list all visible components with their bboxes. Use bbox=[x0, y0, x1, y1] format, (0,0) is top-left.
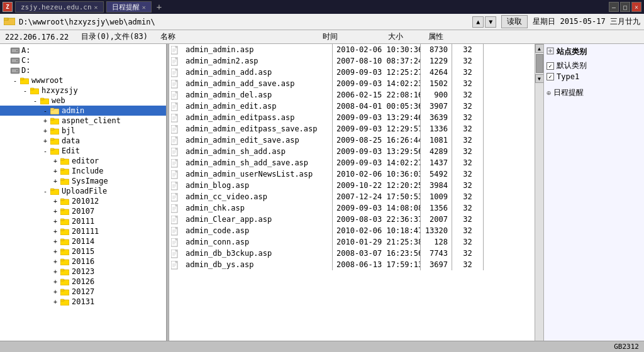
drive-icon bbox=[10, 56, 20, 65]
file-time: 2008-03-07 16:23:56 bbox=[333, 248, 421, 259]
tree-item[interactable]: + Include bbox=[0, 166, 166, 176]
tree-item[interactable]: - wwwroot bbox=[0, 75, 166, 85]
table-row[interactable]: admin_admin_editpass_save.asp 2009-09-03… bbox=[169, 123, 535, 135]
table-row[interactable]: admin_chk.asp 2009-09-03 14:08:08 1356 3… bbox=[169, 202, 535, 214]
right-panel: 站点类别 ✓ 默认类别 ✓ Type1 ⊕ 日程提醒 bbox=[543, 44, 644, 352]
file-icon bbox=[171, 193, 180, 201]
file-icon bbox=[171, 261, 180, 268]
tree-item[interactable]: + 20115 bbox=[0, 246, 166, 256]
drive-icon bbox=[10, 46, 20, 55]
file-name: admin_admin_edit_save.asp bbox=[182, 135, 333, 146]
tree-item[interactable]: + aspnet_client bbox=[0, 116, 166, 126]
file-icon bbox=[171, 102, 180, 110]
file-size: 128 bbox=[421, 236, 452, 248]
scroll-down-icon[interactable]: ▼ bbox=[535, 74, 544, 83]
file-time: 2009-09-03 14:02:27 bbox=[333, 157, 421, 168]
file-time: 2009-09-03 13:29:56 bbox=[333, 146, 421, 157]
tree-item[interactable]: + 20111 bbox=[0, 216, 166, 226]
tab-schedule-close[interactable]: ✕ bbox=[142, 4, 146, 11]
file-icon bbox=[171, 148, 180, 155]
file-attr: 32 bbox=[452, 191, 484, 202]
scroll-down-button[interactable]: ▼ bbox=[485, 16, 496, 28]
read-button[interactable]: 读取 bbox=[501, 15, 528, 28]
table-row[interactable]: admin_admin_sh_add_save.asp 2009-09-03 1… bbox=[169, 157, 535, 168]
scroll-up-button[interactable]: ▲ bbox=[472, 16, 484, 28]
table-row[interactable]: admin_admin_del.asp 2006-02-15 22:08:16 … bbox=[169, 89, 535, 101]
table-row[interactable]: admin_blog.asp 2009-10-22 12:20:25 3984 … bbox=[169, 180, 535, 191]
table-row[interactable]: admin_conn.asp 2010-01-29 21:25:38 128 3… bbox=[169, 236, 535, 248]
tree-item[interactable]: - admin bbox=[0, 106, 166, 116]
tree-item[interactable]: + bjl bbox=[0, 126, 166, 136]
tree-item[interactable]: + 20126 bbox=[0, 277, 166, 287]
file-size: 8730 bbox=[421, 44, 452, 55]
svg-rect-44 bbox=[60, 239, 64, 241]
tab-zsjy[interactable]: zsjy.hezeu.edu.cn ✕ bbox=[15, 1, 104, 13]
expand-icon: - bbox=[40, 148, 50, 155]
tree-item[interactable]: + 201111 bbox=[0, 226, 166, 236]
scroll-thumb[interactable] bbox=[536, 54, 543, 73]
file-time: 2010-02-06 10:30:36 bbox=[333, 44, 421, 55]
tree-item[interactable]: + 20114 bbox=[0, 236, 166, 246]
file-size: 900 bbox=[421, 89, 452, 101]
table-row[interactable]: admin_admin_add.asp 2009-09-03 12:25:27 … bbox=[169, 67, 535, 78]
table-row[interactable]: admin_db_b3ckup.asp 2008-03-07 16:23:56 … bbox=[169, 248, 535, 259]
file-time: 2010-02-06 10:36:03 bbox=[333, 168, 421, 180]
schedule-item[interactable]: ⊕ 日程提醒 bbox=[547, 87, 641, 99]
table-row[interactable]: admin_admin.asp 2010-02-06 10:30:36 8730… bbox=[169, 44, 535, 55]
main-container: A: C: D:- wwwroot- hzxyzsjy- web- admin+… bbox=[0, 44, 644, 352]
scroll-up-icon[interactable]: ▲ bbox=[535, 44, 544, 53]
scroll-arrows[interactable]: ▲ ▼ bbox=[472, 16, 496, 28]
table-row[interactable]: admin_admin_add_save.asp 2009-09-03 14:0… bbox=[169, 78, 535, 89]
table-row[interactable]: admin_cc_video.asp 2007-12-24 17:50:53 1… bbox=[169, 191, 535, 202]
tree-item[interactable]: + data bbox=[0, 136, 166, 146]
tree-item[interactable]: C: bbox=[0, 55, 166, 65]
table-row[interactable]: admin_admin_userNewsList.asp 2010-02-06 … bbox=[169, 168, 535, 180]
tab-schedule[interactable]: 日程提醒 ✕ bbox=[106, 1, 152, 13]
tree-item[interactable]: - web bbox=[0, 96, 166, 106]
tree-item[interactable]: D: bbox=[0, 65, 166, 75]
file-icon bbox=[171, 216, 180, 223]
tree-item-label: A: bbox=[21, 46, 30, 55]
tree-item[interactable]: + 20107 bbox=[0, 206, 166, 216]
close-button[interactable]: × bbox=[631, 2, 641, 12]
category-type1[interactable]: ✓ Type1 bbox=[547, 72, 641, 82]
svg-rect-22 bbox=[50, 128, 54, 130]
add-tab-button[interactable]: + bbox=[154, 2, 164, 12]
minimize-button[interactable]: — bbox=[609, 2, 619, 12]
table-row[interactable]: admin_db_ys.asp 2008-06-13 17:59:13 3697… bbox=[169, 259, 535, 270]
file-icon bbox=[171, 204, 180, 212]
tree-item[interactable]: + editor bbox=[0, 156, 166, 166]
category-default-checkbox[interactable]: ✓ bbox=[547, 62, 554, 70]
tree-item[interactable]: + 20116 bbox=[0, 256, 166, 267]
tree-item-label: D: bbox=[21, 66, 30, 75]
table-row[interactable]: admin_admin_editpass.asp 2009-09-03 13:2… bbox=[169, 112, 535, 123]
tree-item[interactable]: + 20123 bbox=[0, 267, 166, 277]
tree-item[interactable]: - UploadFile bbox=[0, 186, 166, 196]
tree-item[interactable]: + SysImage bbox=[0, 176, 166, 186]
folder-icon bbox=[50, 137, 60, 145]
vertical-scrollbar[interactable]: ▲ ▼ bbox=[535, 44, 543, 352]
expand-icon: - bbox=[10, 77, 20, 84]
maximize-button[interactable]: □ bbox=[620, 2, 630, 12]
table-row[interactable]: admin_admin_sh_add.asp 2009-09-03 13:29:… bbox=[169, 146, 535, 157]
tree-item[interactable]: - hzxyzsjy bbox=[0, 85, 166, 96]
tree-item[interactable]: + 20131 bbox=[0, 297, 166, 307]
tree-item[interactable]: - Edit bbox=[0, 146, 166, 156]
tree-item[interactable]: A: bbox=[0, 45, 166, 55]
category-type1-checkbox[interactable]: ✓ bbox=[547, 73, 554, 80]
category-default[interactable]: ✓ 默认类别 bbox=[547, 60, 641, 72]
table-row[interactable]: admin_admin_edit_save.asp 2009-08-25 16:… bbox=[169, 135, 535, 146]
dir-info: 目录(0),文件(83) bbox=[81, 31, 148, 42]
tree-item[interactable]: + 201012 bbox=[0, 196, 166, 206]
expand-icon: + bbox=[40, 118, 50, 124]
table-row[interactable]: admin_admin2.asp 2007-08-10 08:37:24 122… bbox=[169, 55, 535, 67]
tree-item[interactable]: + 20127 bbox=[0, 287, 166, 297]
table-row[interactable]: admin_Clear_app.asp 2009-08-03 22:36:37 … bbox=[169, 214, 535, 225]
expand-icon: + bbox=[50, 278, 60, 285]
tab-zsjy-close[interactable]: ✕ bbox=[94, 4, 98, 11]
file-size: 1437 bbox=[421, 157, 452, 168]
table-row[interactable]: admin_admin_edit.asp 2008-04-01 00:05:36… bbox=[169, 101, 535, 112]
folder-icon bbox=[20, 77, 30, 84]
drive-icon bbox=[10, 66, 20, 75]
table-row[interactable]: admin_code.asp 2010-02-06 10:18:47 13320… bbox=[169, 225, 535, 236]
